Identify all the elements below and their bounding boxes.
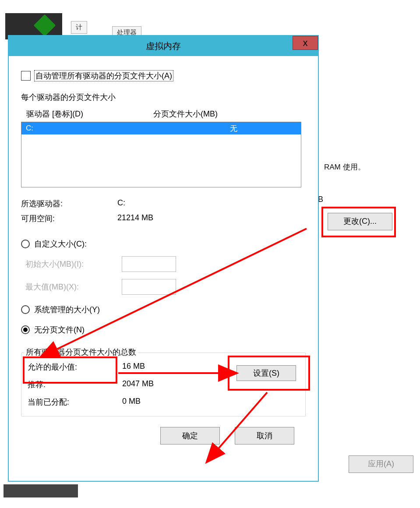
cur-value: 0 MB [122,397,141,407]
bg-tab-calc: 计 [71,21,87,34]
header-size: 分页文件大小(MB) [153,109,218,119]
radio-none-label: 无分页文件(N) [34,325,85,335]
rec-label: 推荐: [28,379,122,390]
dialog-content: 自动管理所有驱动器的分页文件大小(A) 每个驱动器的分页文件大小 驱动器 [卷标… [9,56,318,449]
rec-value: 2047 MB [122,379,154,390]
radio-system-managed[interactable]: 系统管理的大小(Y) [21,304,306,315]
radio-icon [21,305,30,314]
auto-manage-label: 自动管理所有驱动器的分页文件大小(A) [34,70,173,81]
cur-label: 当前已分配: [28,397,122,407]
ok-button[interactable]: 确定 [160,427,220,444]
drive-value: 无 [170,123,296,134]
free-space-label: 可用空间: [21,213,117,224]
bg-bottom-bar [4,484,78,497]
close-icon: x [303,37,308,49]
totals-group: 所有驱动器分页文件大小的总数 允许的最小值: 16 MB 推荐: 2047 MB… [21,353,306,416]
drive-list[interactable]: C: 无 [21,122,301,187]
initial-size-label: 初始大小(MB)(I): [25,259,122,269]
radio-no-paging-file[interactable]: 无分页文件(N) [21,325,306,335]
section-label: 每个驱动器的分页文件大小 [21,92,306,102]
change-button-bg[interactable]: 更改(C)... [328,213,392,230]
cancel-button[interactable]: 取消 [235,427,294,444]
radio-custom-size[interactable]: 自定义大小(C): [21,239,306,249]
max-size-label: 最大值(MB)(X): [25,282,122,292]
radio-icon [21,325,30,334]
min-value: 16 MB [122,362,145,372]
bg-ram-label: RAM 使用。 [324,162,365,172]
set-button[interactable]: 设置(S) [236,365,296,381]
radio-custom-label: 自定义大小(C): [34,239,87,249]
close-button[interactable]: x [293,36,318,50]
apply-button-bg[interactable]: 应用(A) [349,455,413,473]
initial-size-input [122,256,176,272]
dialog-title: 虚拟内存 [146,40,181,52]
drive-row-c[interactable]: C: 无 [21,122,301,134]
totals-title: 所有驱动器分页文件大小的总数 [24,347,138,357]
max-size-input [122,279,176,295]
radio-system-label: 系统管理的大小(Y) [34,304,100,315]
virtual-memory-dialog: 虚拟内存 x 自动管理所有驱动器的分页文件大小(A) 每个驱动器的分页文件大小 … [8,35,319,482]
min-label: 允许的最小值: [28,362,122,372]
auto-manage-checkbox[interactable] [21,71,31,81]
selected-drive-label: 所选驱动器: [21,198,117,209]
titlebar: 虚拟内存 x [9,36,318,56]
radio-icon [21,240,30,248]
header-drive: 驱动器 [卷标](D) [26,109,153,119]
drive-name: C: [26,124,170,133]
selected-drive-value: C: [117,198,125,209]
free-space-value: 21214 MB [117,213,153,224]
